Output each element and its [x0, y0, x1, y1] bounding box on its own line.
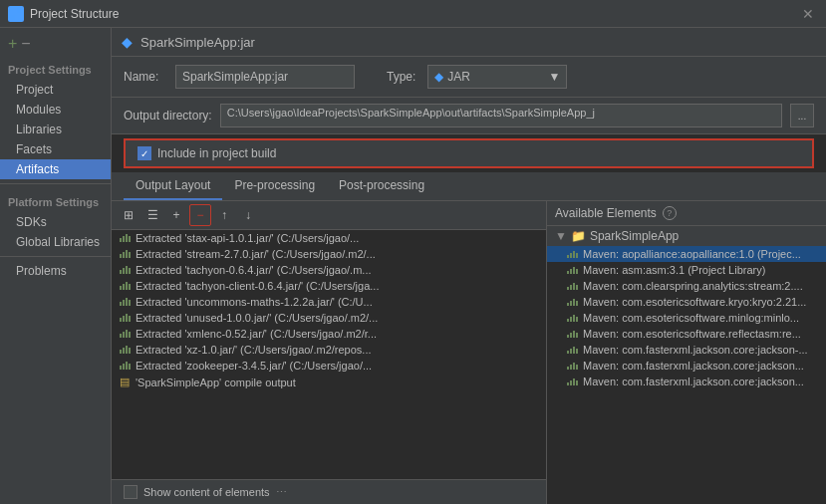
extract-icon: [120, 266, 132, 274]
sidebar-item-modules[interactable]: Modules: [0, 100, 111, 120]
sidebar-item-libraries[interactable]: Libraries: [0, 120, 111, 139]
avail-item[interactable]: Maven: com.esotericsoftware.reflectasm:r…: [547, 326, 826, 342]
name-type-row: Name: Type: ◆ JAR ▼: [112, 57, 826, 98]
list-item[interactable]: Extracted 'stream-2.7.0.jar/' (C:/Users/…: [112, 246, 546, 262]
available-list: ▼ 📁 SparkSimpleApp Maven: aopalliance:ao…: [547, 226, 826, 504]
show-content-checkbox[interactable]: [124, 485, 138, 499]
artifact-name: SparkSimpleApp:jar: [140, 35, 255, 50]
remove-artifact-button[interactable]: −: [21, 36, 30, 52]
jar-icon: ◆: [122, 34, 133, 50]
maven-icon: [567, 299, 579, 306]
sidebar-item-global-libraries[interactable]: Global Libraries: [0, 232, 111, 252]
compile-output-icon: ▤: [120, 376, 132, 388]
project-settings-header: Project Settings: [0, 56, 111, 80]
app-icon: [8, 6, 24, 22]
add-element-button[interactable]: +: [165, 204, 187, 226]
list-item[interactable]: Extracted 'stax-api-1.0.1.jar/' (C:/User…: [112, 230, 546, 246]
browse-button[interactable]: ...: [790, 104, 814, 127]
list-item[interactable]: Extracted 'xmlenc-0.52.jar/' (C:/Users/j…: [112, 326, 546, 342]
list-view-button[interactable]: ☰: [141, 204, 163, 226]
split-area: ⊞ ☰ + − ↑ ↓ Extracted 'stax-api-1.0.1.ja…: [112, 201, 826, 504]
avail-item[interactable]: Maven: com.esotericsoftware.kryo:kryo:2.…: [547, 294, 826, 310]
folder-icon: 📁: [571, 229, 586, 243]
collapse-icon: ▼: [555, 229, 567, 243]
extract-icon: [120, 282, 132, 290]
extract-icon: [120, 314, 132, 322]
name-input[interactable]: [175, 65, 355, 89]
maven-icon: [567, 283, 579, 290]
avail-group-header[interactable]: ▼ 📁 SparkSimpleApp: [547, 226, 826, 246]
output-dir-label: Output directory:: [124, 109, 212, 123]
move-down-button[interactable]: ↓: [237, 204, 259, 226]
extract-icon: [120, 330, 132, 338]
type-dropdown[interactable]: ◆ JAR ▼: [427, 65, 567, 89]
bottom-options-row: Show content of elements ⋯: [112, 479, 546, 504]
available-elements-pane: Available Elements ? ▼ 📁 SparkSimpleApp: [547, 201, 826, 504]
available-elements-label: Available Elements: [555, 206, 657, 220]
available-elements-header: Available Elements ?: [547, 201, 826, 226]
avail-item[interactable]: Maven: aopalliance:aopalliance:1.0 (Proj…: [547, 246, 826, 262]
close-button[interactable]: ✕: [798, 4, 818, 24]
name-label: Name:: [124, 70, 163, 84]
type-label: Type:: [387, 70, 415, 84]
maven-icon: [567, 251, 579, 258]
dropdown-chevron-icon: ▼: [548, 70, 560, 84]
avail-item[interactable]: Maven: com.clearspring.analytics:stream:…: [547, 278, 826, 294]
list-item[interactable]: Extracted 'uncommons-maths-1.2.2a.jar/' …: [112, 294, 546, 310]
list-item[interactable]: Extracted 'xz-1.0.jar/' (C:/Users/jgao/.…: [112, 342, 546, 358]
extract-icon: [120, 234, 132, 242]
svg-rect-3: [17, 15, 22, 20]
avail-item[interactable]: Maven: com.fasterxml.jackson.core:jackso…: [547, 342, 826, 358]
extract-icon: [120, 362, 132, 370]
include-checkbox[interactable]: ✓: [138, 146, 151, 160]
tab-post-processing[interactable]: Post-processing: [327, 172, 436, 200]
maven-icon: [567, 378, 579, 385]
sidebar-item-problems[interactable]: Problems: [0, 261, 111, 281]
title-bar: Project Structure ✕: [0, 0, 826, 28]
maven-icon: [567, 347, 579, 354]
sidebar-item-artifacts[interactable]: Artifacts: [0, 159, 111, 179]
list-item[interactable]: ▤ 'SparkSimpleApp' compile output: [112, 374, 546, 390]
avail-item[interactable]: Maven: com.fasterxml.jackson.core:jackso…: [547, 374, 826, 389]
list-item[interactable]: Extracted 'tachyon-0.6.4.jar/' (C:/Users…: [112, 262, 546, 278]
include-project-build-row: ✓ Include in project build: [124, 138, 814, 168]
available-help-icon[interactable]: ?: [663, 206, 677, 220]
platform-settings-header: Platform Settings: [0, 188, 111, 212]
remove-element-button[interactable]: −: [189, 204, 211, 226]
output-dir-row: Output directory: C:\Users\jgao\IdeaProj…: [112, 98, 826, 134]
add-artifact-button[interactable]: +: [8, 36, 17, 52]
tab-pre-processing[interactable]: Pre-processing: [222, 172, 327, 200]
extract-icon: [120, 298, 132, 306]
group-name: SparkSimpleApp: [590, 229, 679, 243]
artifact-contents-pane: ⊞ ☰ + − ↑ ↓ Extracted 'stax-api-1.0.1.ja…: [112, 201, 547, 504]
include-label: Include in project build: [157, 146, 276, 160]
tabs-row: Output Layout Pre-processing Post-proces…: [112, 172, 826, 201]
sidebar-item-sdks[interactable]: SDKs: [0, 212, 111, 232]
svg-rect-2: [10, 15, 15, 20]
type-value: JAR: [447, 70, 470, 84]
extract-icon: [120, 250, 132, 258]
svg-rect-1: [17, 8, 22, 13]
options-button[interactable]: ⋯: [276, 486, 287, 499]
folder-view-button[interactable]: ⊞: [118, 204, 139, 226]
window-title: Project Structure: [30, 7, 119, 21]
list-item[interactable]: Extracted 'tachyon-client-0.6.4.jar/' (C…: [112, 278, 546, 294]
type-jar-icon: ◆: [434, 70, 443, 84]
extract-icon: [120, 346, 132, 354]
avail-item[interactable]: Maven: asm:asm:3.1 (Project Library): [547, 262, 826, 278]
maven-icon: [567, 267, 579, 274]
move-up-button[interactable]: ↑: [213, 204, 235, 226]
list-item[interactable]: Extracted 'unused-1.0.0.jar/' (C:/Users/…: [112, 310, 546, 326]
maven-icon: [567, 363, 579, 370]
artifact-header: ◆ SparkSimpleApp:jar: [112, 28, 826, 57]
avail-item[interactable]: Maven: com.fasterxml.jackson.core:jackso…: [547, 358, 826, 374]
tab-output-layout[interactable]: Output Layout: [124, 172, 222, 200]
sidebar: + − Project Settings Project Modules Lib…: [0, 28, 112, 504]
list-item[interactable]: Extracted 'zookeeper-3.4.5.jar/' (C:/Use…: [112, 358, 546, 374]
avail-item[interactable]: Maven: com.esotericsoftware.minlog:minlo…: [547, 310, 826, 326]
maven-icon: [567, 315, 579, 322]
contents-toolbar: ⊞ ☰ + − ↑ ↓: [112, 201, 546, 230]
sidebar-item-facets[interactable]: Facets: [0, 139, 111, 159]
sidebar-item-project[interactable]: Project: [0, 80, 111, 100]
sidebar-toolbar: + −: [0, 32, 111, 56]
